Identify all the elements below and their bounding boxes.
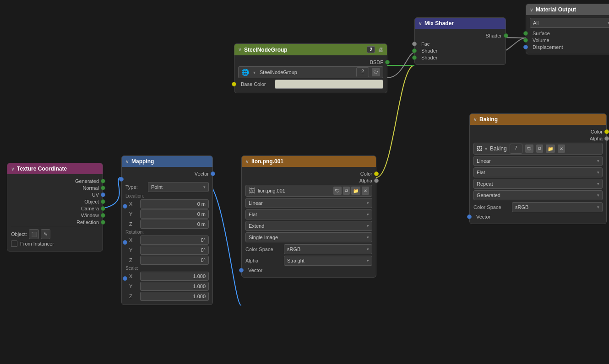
tc-from-instancer-checkbox[interactable] [11, 241, 17, 247]
matout-title: Material Output [536, 6, 576, 13]
steel-img-icon: 🌐 [241, 69, 249, 76]
baking-colorspace-row: Color Space sRGB ▾ [473, 202, 603, 212]
baking-collapse-icon[interactable]: ∨ [473, 117, 477, 122]
tc-collapse-icon[interactable]: ∨ [11, 166, 14, 171]
mix-shader2-socket[interactable] [412, 55, 417, 60]
mix-shader-out-socket[interactable] [504, 33, 508, 38]
mix-body: Shader Fac Shader Shader [415, 29, 506, 64]
lion-proj-value: Flat [249, 212, 257, 217]
baking-color-label: Color [473, 129, 603, 134]
mapping-collapse-icon[interactable]: ∨ [125, 159, 129, 164]
baking-repeat-arrow: ▾ [597, 182, 599, 186]
matout-collapse-icon[interactable]: ∨ [530, 7, 533, 12]
tc-camera-socket[interactable] [101, 206, 105, 211]
baking-dropdown-btn[interactable]: ▾ [485, 146, 487, 151]
steel-dropdown-arrow[interactable]: ▾ [252, 70, 257, 75]
lion-colorspace-select[interactable]: sRGB ▾ [284, 244, 372, 254]
baking-proj-arrow: ▾ [597, 170, 599, 175]
mapping-x-rot-value[interactable]: 0° [140, 236, 209, 245]
tc-pencil-btn[interactable]: ✎ [41, 229, 50, 239]
tc-normal-socket[interactable] [101, 186, 105, 190]
mapping-vector-out-row: Vector [125, 171, 209, 177]
steel-base-color-socket[interactable] [232, 82, 236, 86]
mapping-z-scale-value[interactable]: 1.000 [140, 292, 209, 301]
tc-uv-socket[interactable] [101, 193, 105, 197]
lion-color-socket[interactable] [374, 171, 379, 176]
mapping-z-loc-label: Z [129, 219, 138, 229]
mapping-y-rot-value[interactable]: 0° [140, 246, 209, 255]
mapping-y-scale-value[interactable]: 1.000 [140, 282, 209, 291]
baking-colorspace-select[interactable]: sRGB ▾ [512, 202, 603, 212]
tc-generated-socket[interactable] [101, 179, 105, 183]
mapping-z-rot-value[interactable]: 0° [140, 256, 209, 265]
baking-interp-select[interactable]: Linear ▾ [473, 156, 603, 166]
mapping-scale-socket[interactable] [123, 276, 127, 281]
steel-node: ∨ SteelNodeGroup 2 🖨 BSDF 🌐 ▾ SteelNodeG… [234, 43, 387, 93]
baking-copy-btn[interactable]: ⧉ [536, 145, 543, 153]
mapping-vector-in-socket[interactable] [119, 177, 124, 182]
matout-volume-row: Volume [530, 37, 609, 43]
baking-color-socket[interactable] [604, 129, 609, 134]
steel-collapse-icon[interactable]: ∨ [238, 47, 241, 52]
lion-alpha-mode-arrow: ▾ [367, 258, 369, 263]
lion-source-select[interactable]: Single Image ▾ [245, 232, 372, 242]
baking-vector-socket[interactable] [467, 214, 472, 219]
lion-colorspace-value: sRGB [287, 246, 300, 252]
baking-color-row: Color [473, 129, 603, 134]
lion-folder-btn[interactable]: 📁 [351, 187, 360, 195]
lion-colorspace-row: Color Space sRGB ▾ [245, 244, 372, 254]
lion-proj-select[interactable]: Flat ▾ [245, 209, 372, 219]
mapping-z-loc-value[interactable]: 0 m [140, 219, 209, 229]
baking-shield-btn[interactable]: 🛡 [525, 145, 533, 153]
mix-shader1-socket[interactable] [412, 48, 417, 53]
lion-collapse-icon[interactable]: ∨ [245, 159, 249, 164]
baking-close-btn[interactable]: ✕ [558, 145, 565, 153]
steel-num-input[interactable]: 2 [356, 67, 369, 77]
matout-all-select[interactable]: All ▾ [530, 18, 609, 28]
baking-title: Baking [479, 116, 498, 123]
mapping-x-scale-value[interactable]: 1.000 [140, 272, 209, 281]
matout-surface-socket[interactable] [523, 31, 528, 36]
tc-window-socket[interactable] [101, 213, 105, 218]
steel-base-color-swatch[interactable] [275, 80, 383, 89]
mapping-rotation-socket[interactable] [123, 240, 127, 245]
lion-vector-in-socket[interactable] [239, 268, 244, 273]
steel-bsdf-socket[interactable] [385, 60, 390, 64]
lion-shield-btn[interactable]: 🛡 [333, 187, 342, 195]
tc-reflection-row: Reflection [11, 219, 99, 225]
tc-reflection-socket[interactable] [101, 220, 105, 225]
baking-coord-select[interactable]: Generated ▾ [473, 190, 603, 200]
baking-folder-btn[interactable]: 📁 [546, 145, 555, 153]
baking-alpha-socket[interactable] [604, 136, 609, 141]
baking-body: Color Alpha 🖼 ▾ Baking 7 🛡 ⧉ 📁 ✕ Linear … [470, 125, 606, 224]
mix-fac-socket[interactable] [412, 42, 417, 46]
tc-camera-label: Camera [11, 206, 99, 211]
baking-node: ∨ Baking Color Alpha 🖼 ▾ Baking 7 🛡 ⧉ 📁 … [469, 113, 607, 224]
baking-proj-select[interactable]: Flat ▾ [473, 167, 603, 177]
lion-copy-btn[interactable]: ⧉ [343, 187, 350, 195]
mix-collapse-icon[interactable]: ∨ [419, 21, 422, 26]
baking-image-selector: 🖼 ▾ Baking 7 🛡 ⧉ 📁 ✕ [473, 143, 603, 155]
mapping-location-socket[interactable] [123, 204, 127, 209]
lion-alpha-mode-select[interactable]: Straight ▾ [284, 256, 372, 266]
mapping-x-loc-value[interactable]: 0 m [140, 199, 209, 209]
steel-shield-btn[interactable]: 🛡 [372, 68, 380, 76]
matout-displacement-label: Displacement [530, 44, 563, 50]
mapping-vector-out-socket[interactable] [211, 171, 215, 176]
steel-print-icon[interactable]: 🖨 [378, 47, 383, 53]
mapping-y-loc-value[interactable]: 0 m [140, 209, 209, 219]
tc-object-socket[interactable] [101, 199, 105, 204]
lion-close-btn[interactable]: ✕ [362, 187, 369, 195]
lion-extend-arrow: ▾ [367, 224, 369, 228]
mapping-type-select[interactable]: Point ▾ [148, 182, 209, 192]
lion-alpha-socket[interactable] [374, 178, 379, 183]
baking-num-input[interactable]: 7 [510, 144, 522, 154]
mix-fac-row: Fac [419, 41, 502, 47]
steel-body: BSDF 🌐 ▾ SteelNodeGroup 2 🛡 Base Color [234, 55, 387, 93]
lion-extend-select[interactable]: Extend ▾ [245, 221, 372, 231]
lion-interp-select[interactable]: Linear ▾ [245, 198, 372, 208]
matout-volume-socket[interactable] [523, 38, 528, 43]
baking-repeat-select[interactable]: Repeat ▾ [473, 179, 603, 189]
lion-colorspace-arrow: ▾ [367, 247, 369, 252]
matout-displacement-socket[interactable] [523, 45, 528, 49]
